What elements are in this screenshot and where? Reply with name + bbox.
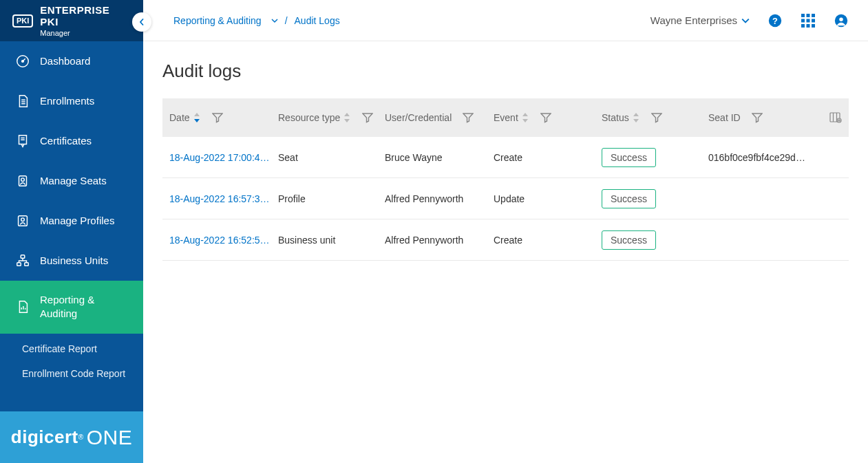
svg-marker-28 [633,113,639,116]
sort-icon[interactable] [632,113,640,122]
sidebar-header: PKI ENTERPRISE PKI Manager [0,0,143,41]
gauge-icon [15,54,30,69]
sidebar-nav[interactable]: Dashboard Enrollments Certificates Manag… [0,41,143,411]
topbar: Reporting & Auditing / Audit Logs Wayne … [143,0,868,41]
filter-icon[interactable] [212,112,223,123]
svg-text:?: ? [772,15,778,25]
certificate-icon [15,133,30,149]
svg-marker-29 [633,119,639,122]
column-label: Seat ID [708,112,741,123]
sidebar-item-dashboard[interactable]: Dashboard [0,41,143,81]
sidebar-item-label: Dashboard [40,54,90,68]
svg-rect-16 [812,19,815,22]
svg-rect-6 [21,255,25,259]
org-icon [15,253,30,268]
filter-icon[interactable] [463,112,474,123]
main: Reporting & Auditing / Audit Logs Wayne … [143,0,868,463]
column-label: Status [602,112,629,123]
chevron-left-icon [138,19,145,25]
svg-marker-26 [522,113,528,116]
cell-resource-type: Profile [278,193,385,204]
chevron-down-icon[interactable] [271,15,278,26]
footer-brand-light: ONE [87,426,133,449]
filter-icon[interactable] [362,112,373,123]
profile-icon [15,213,30,228]
sidebar-item-certificates[interactable]: Certificates [0,121,143,161]
cell-resource-type: Business unit [278,235,385,246]
svg-rect-17 [801,24,805,28]
filter-icon[interactable] [540,112,551,123]
svg-rect-13 [812,14,815,17]
apps-button[interactable] [801,13,816,28]
table-row: 18-Aug-2022 17:00:44 P Seat Bruce Wayne … [162,137,849,178]
sidebar-item-manage-profiles[interactable]: Manage Profiles [0,201,143,241]
date-link[interactable]: 18-Aug-2022 17:00:44 P [169,152,278,163]
subnav-enrollment-code-report[interactable]: Enrollment Code Report [0,361,143,386]
table-header-row: Date Resource type [162,98,849,137]
sidebar-item-business-units[interactable]: Business Units [0,241,143,281]
svg-rect-11 [801,14,805,17]
sidebar-item-reporting-auditing[interactable]: Reporting & Auditing [0,281,143,334]
svg-point-33 [837,118,841,122]
user-circle-icon [834,13,849,28]
column-label: Event [494,112,518,123]
svg-rect-18 [807,24,810,28]
sidebar-item-label: Reporting & Auditing [40,293,128,321]
svg-marker-27 [522,119,528,122]
svg-rect-14 [801,19,805,22]
filter-icon[interactable] [651,112,662,123]
svg-point-3 [21,178,25,182]
sidebar-item-label: Manage Profiles [40,214,114,228]
cell-event: Create [494,152,602,163]
product-subtitle: Manager [40,29,131,37]
help-icon: ? [768,13,783,28]
svg-marker-22 [194,113,200,116]
sidebar-item-manage-seats[interactable]: Manage Seats [0,161,143,201]
subnav-certificate-report[interactable]: Certificate Report [0,336,143,361]
audit-log-table: Date Resource type [162,98,849,261]
column-header-event[interactable]: Event [494,112,602,123]
breadcrumb-parent[interactable]: Reporting & Auditing [173,15,262,26]
column-header-user[interactable]: User/Credential [385,112,494,123]
cell-event: Update [494,193,602,204]
breadcrumb-sep: / [285,15,288,26]
report-icon [15,299,30,314]
svg-point-5 [21,218,25,222]
svg-rect-12 [807,14,810,17]
svg-marker-25 [344,119,350,122]
date-link[interactable]: 18-Aug-2022 16:57:35 P [169,193,278,204]
status-badge: Success [602,148,656,167]
column-settings-button[interactable] [821,111,842,124]
filter-icon[interactable] [752,112,763,123]
apps-grid-icon [801,14,815,28]
sort-icon[interactable] [343,113,351,122]
cell-seat-id: 016bf0ce9fbf4ce29d… [708,152,821,163]
chevron-down-icon [741,17,750,25]
account-button[interactable] [834,13,849,28]
column-header-resource-type[interactable]: Resource type [278,112,385,123]
table-row: 18-Aug-2022 16:57:35 P Profile Alfred Pe… [162,178,849,219]
svg-point-1 [22,61,24,63]
sidebar-item-label: Certificates [40,134,92,148]
sidebar-collapse-button[interactable] [132,12,151,32]
svg-marker-23 [194,119,200,122]
topbar-right: Wayne Enterprises ? [650,13,849,28]
cell-user: Bruce Wayne [385,152,494,163]
footer-brand-bold: digicert [11,427,78,448]
sidebar-item-enrollments[interactable]: Enrollments [0,81,143,121]
sidebar-footer-brand: digicert®ONE [0,411,143,463]
date-link[interactable]: 18-Aug-2022 16:52:54 P [169,235,278,246]
sort-icon[interactable] [193,113,201,122]
sort-icon[interactable] [521,113,529,122]
svg-rect-19 [812,24,815,28]
column-header-status[interactable]: Status [602,112,708,123]
columns-gear-icon [829,111,842,124]
sidebar: PKI ENTERPRISE PKI Manager Dashboard Enr… [0,0,143,463]
column-header-seat-id[interactable]: Seat ID [708,112,821,123]
tenant-selector[interactable]: Wayne Enterprises [650,14,750,26]
help-button[interactable]: ? [768,13,783,28]
cell-resource-type: Seat [278,152,385,163]
column-label: User/Credential [385,112,452,123]
column-header-date[interactable]: Date [169,112,278,123]
breadcrumb-current[interactable]: Audit Logs [295,15,340,26]
